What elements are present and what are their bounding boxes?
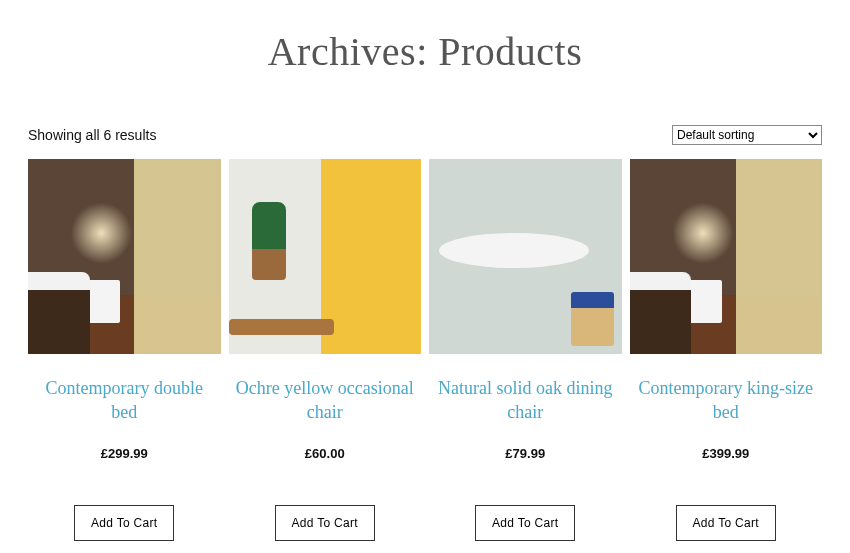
add-to-cart-button[interactable]: Add To Cart [676,505,776,541]
page-title: Archives: Products [28,28,822,75]
product-card: Ochre yellow occasional chair £60.00 Add… [229,159,422,541]
sort-select[interactable]: Default sorting [672,125,822,145]
product-thumbnail[interactable] [429,159,622,354]
product-price: £299.99 [101,446,148,461]
product-grid: Contemporary double bed £299.99 Add To C… [28,159,822,541]
product-price: £60.00 [305,446,345,461]
product-price: £79.99 [505,446,545,461]
product-title-link[interactable]: Ochre yellow occasional chair [233,376,418,426]
toolbar: Showing all 6 results Default sorting [28,125,822,145]
result-count: Showing all 6 results [28,127,156,143]
product-title-link[interactable]: Natural solid oak dining chair [433,376,618,426]
product-card: Natural solid oak dining chair £79.99 Ad… [429,159,622,541]
add-to-cart-button[interactable]: Add To Cart [74,505,174,541]
add-to-cart-button[interactable]: Add To Cart [475,505,575,541]
product-title-link[interactable]: Contemporary double bed [32,376,217,426]
add-to-cart-button[interactable]: Add To Cart [275,505,375,541]
product-card: Contemporary king-size bed £399.99 Add T… [630,159,823,541]
product-card: Contemporary double bed £299.99 Add To C… [28,159,221,541]
product-thumbnail[interactable] [229,159,422,354]
product-thumbnail[interactable] [28,159,221,354]
product-thumbnail[interactable] [630,159,823,354]
product-price: £399.99 [702,446,749,461]
product-title-link[interactable]: Contemporary king-size bed [634,376,819,426]
